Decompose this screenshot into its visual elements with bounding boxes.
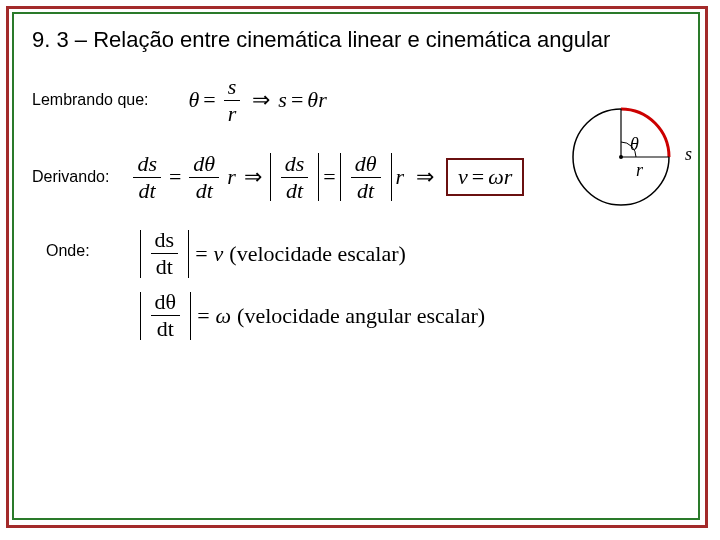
definitions: ds dt = v (velocidade escalar) dθ dt (140, 230, 485, 340)
def-v: ds dt = v (velocidade escalar) (140, 230, 485, 278)
frac-num: s (224, 76, 241, 101)
frac-s-r: s r (224, 76, 241, 125)
eq-theta-s-r: θ = s r ⇒ s = θ r (189, 76, 327, 125)
frac-num: ds (133, 153, 161, 178)
frac-dtheta-dt: dθ dt (189, 153, 219, 202)
def-omega-text: (velocidade angular escalar) (237, 303, 485, 329)
circle-diagram: s r θ (566, 102, 686, 216)
s-sym: s (278, 87, 287, 113)
eq-derivative: ds dt = dθ dt r ⇒ ds dt = (129, 153, 524, 202)
frac-den: dt (192, 178, 217, 202)
frac-dtheta-dt: dθ dt (351, 153, 381, 202)
equals: = (323, 164, 335, 190)
frac-den: r (224, 101, 241, 125)
frac-den: dt (153, 316, 178, 340)
frac-den: dt (282, 178, 307, 202)
theta-sym: θ (189, 87, 200, 113)
frac-den: dt (353, 178, 378, 202)
arrow-icon: ⇒ (252, 87, 270, 113)
frac-ds-dt: ds dt (151, 229, 179, 278)
circle-svg (566, 102, 686, 212)
center-dot (619, 155, 623, 159)
row-onde: Onde: ds dt = v (velocidade escalar) (32, 230, 680, 340)
r-sym: r (504, 164, 513, 190)
equals: = (472, 164, 484, 190)
frac-ds-dt: ds dt (133, 153, 161, 202)
section-title: 9. 3 – Relação entre cinemática linear e… (32, 26, 680, 54)
label-lembrando: Lembrando que: (32, 91, 149, 109)
omega-sym: ω (488, 164, 504, 190)
abs-dtheta-dt: dθ dt (140, 292, 192, 340)
boxed-result: v = ω r (446, 158, 524, 196)
equals: = (291, 87, 303, 113)
frac-den: dt (135, 178, 160, 202)
r-sym: r (227, 164, 236, 190)
omega-sym: ω (216, 303, 232, 329)
abs-dtheta-dt: dθ dt (340, 153, 392, 201)
label-onde: Onde: (46, 242, 90, 260)
def-omega: dθ dt = ω (velocidade angular escalar) (140, 292, 485, 340)
frac-den: dt (152, 254, 177, 278)
diagram-r-label: r (636, 160, 643, 181)
equals: = (203, 87, 215, 113)
theta-sym: θ (307, 87, 318, 113)
frac-num: ds (151, 229, 179, 254)
frac-ds-dt: ds dt (281, 153, 309, 202)
frac-num: ds (281, 153, 309, 178)
diagram-theta-label: θ (630, 134, 639, 155)
r-sym: r (318, 87, 327, 113)
equals: = (197, 303, 209, 329)
frac-num: dθ (351, 153, 381, 178)
def-v-text: (velocidade escalar) (229, 241, 406, 267)
diagram-s-label: s (685, 144, 692, 165)
arrow-icon: ⇒ (244, 164, 262, 190)
arc-s (621, 109, 669, 157)
frac-dtheta-dt: dθ dt (151, 291, 181, 340)
abs-ds-dt: ds dt (140, 230, 190, 278)
arrow-icon: ⇒ (416, 164, 434, 190)
frac-num: dθ (151, 291, 181, 316)
inner-frame: 9. 3 – Relação entre cinemática linear e… (12, 12, 700, 520)
r-sym: r (396, 164, 405, 190)
label-derivando: Derivando: (32, 168, 109, 186)
abs-ds-dt: ds dt (270, 153, 320, 201)
v-sym: v (214, 241, 224, 267)
frac-num: dθ (189, 153, 219, 178)
equals: = (195, 241, 207, 267)
v-sym: v (458, 164, 468, 190)
outer-frame: 9. 3 – Relação entre cinemática linear e… (6, 6, 708, 528)
equals: = (169, 164, 181, 190)
